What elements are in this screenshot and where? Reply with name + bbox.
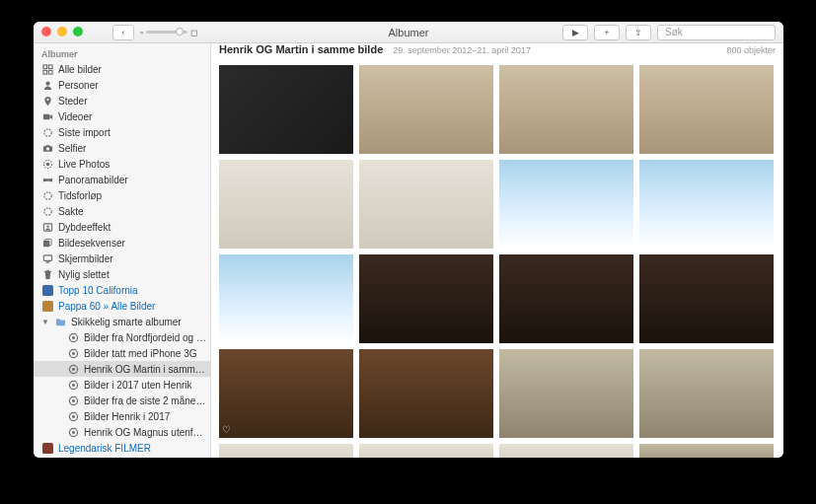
sidebar-item-label: Sakte: [58, 206, 206, 217]
svg-point-46: [72, 384, 75, 387]
grid-icon: [41, 63, 53, 75]
sidebar-item[interactable]: Selfier: [34, 140, 210, 156]
photo-thumbnail[interactable]: [219, 254, 353, 343]
sidebar-item[interactable]: Legendarisk FILMER: [34, 440, 210, 456]
photo-thumbnail[interactable]: [499, 160, 633, 249]
sidebar-item-label: Bilder i 2017 uten Henrik: [84, 380, 206, 391]
gear-icon: [67, 331, 79, 343]
share-button[interactable]: ⇪: [626, 25, 651, 40]
add-button[interactable]: +: [594, 25, 620, 40]
camera-icon: [41, 142, 53, 154]
photo-content: [499, 349, 633, 438]
photo-thumbnail[interactable]: [359, 160, 493, 249]
photo-content: [359, 254, 493, 343]
photo-thumbnail[interactable]: [219, 160, 353, 249]
photo-thumbnail[interactable]: [639, 160, 774, 249]
photo-thumbnail[interactable]: [499, 444, 633, 458]
photo-thumbnail[interactable]: [639, 349, 774, 438]
photo-thumbnail[interactable]: [219, 65, 353, 154]
thumbnail-size-slider[interactable]: ▫ ◻: [140, 28, 197, 37]
photo-content: [499, 160, 633, 249]
svg-point-9: [43, 128, 50, 135]
sidebar-item[interactable]: Bilder tatt med iPhone 3G: [34, 345, 210, 361]
photo-row: [219, 254, 776, 343]
sidebar-item[interactable]: Panoramabilder: [34, 172, 210, 187]
burst-icon: [41, 237, 53, 249]
photo-thumbnail[interactable]: [499, 349, 633, 438]
sidebar-item[interactable]: Siste import: [34, 124, 210, 140]
photo-thumbnail[interactable]: [499, 254, 633, 343]
sidebar-item[interactable]: Bilder fra de siste 2 månedene (rela...: [34, 393, 210, 408]
photo-thumbnail[interactable]: [499, 65, 633, 154]
sidebar-item-label: Nylig slettet: [58, 269, 206, 280]
sidebar-item[interactable]: Skjermbilder: [34, 251, 210, 266]
app-window: ‹ ▫ ◻ Albumer ▶ + ⇪ Søk Albumer Alle bil…: [34, 22, 783, 458]
spin-icon: [41, 189, 53, 201]
sidebar-item[interactable]: Sakte: [34, 203, 210, 219]
sidebar-item[interactable]: Topp 10 California: [34, 282, 210, 298]
sidebar-item[interactable]: Bilder Henrik i 2017: [34, 408, 210, 424]
svg-rect-12: [45, 145, 49, 147]
photo-thumbnail[interactable]: ♡: [219, 349, 353, 438]
photo-thumbnail[interactable]: [359, 444, 493, 458]
photo-thumbnail[interactable]: [359, 349, 493, 438]
search-placeholder: Søk: [665, 27, 683, 37]
search-input[interactable]: Søk: [657, 25, 776, 40]
sidebar-item[interactable]: Videoer: [34, 108, 210, 124]
photo-content: [219, 444, 353, 458]
photo-content: [639, 349, 774, 438]
gear-icon: [67, 426, 79, 438]
album-header: Henrik OG Martin i samme bilde 29. septe…: [211, 43, 783, 61]
zoom-in-icon: ◻: [190, 28, 197, 37]
sidebar-item[interactable]: Tidsforløp: [34, 187, 210, 203]
sidebar-item[interactable]: Dybdeeffekt: [34, 219, 210, 235]
sidebar-item-label: Live Photos: [58, 159, 206, 170]
photo-thumbnail[interactable]: [639, 65, 774, 154]
svg-rect-25: [42, 285, 53, 296]
minimize-window-button[interactable]: [57, 27, 67, 36]
play-slideshow-button[interactable]: ▶: [562, 25, 588, 40]
sidebar-item[interactable]: Henrik OG Magnus utenfor Norge: [34, 424, 210, 440]
sidebar-item-label: Videoer: [58, 111, 206, 122]
photo-thumbnail[interactable]: [359, 254, 493, 343]
svg-rect-4: [42, 70, 46, 74]
photo-content: [639, 444, 774, 458]
photo-content: [219, 349, 353, 438]
close-window-button[interactable]: [41, 27, 51, 36]
slider-track[interactable]: [146, 31, 187, 34]
slider-thumb[interactable]: [176, 28, 184, 36]
sidebar-item[interactable]: Pappa 60 » Alle Bilder: [34, 298, 210, 314]
sidebar-item[interactable]: Bildesekvenser: [34, 235, 210, 251]
photo-thumbnail[interactable]: [639, 254, 774, 343]
svg-rect-8: [42, 113, 48, 119]
thumb-o-icon: [41, 300, 53, 312]
svg-point-40: [72, 368, 75, 371]
zoom-window-button[interactable]: [73, 27, 83, 36]
photo-thumbnail[interactable]: [219, 444, 353, 458]
album-title: Henrik OG Martin i samme bilde: [219, 43, 383, 55]
photo-content: [639, 65, 774, 154]
sidebar-item[interactable]: Nylig slettet: [34, 266, 210, 282]
screen-icon: [41, 252, 53, 264]
svg-point-34: [72, 352, 75, 355]
sidebar-item[interactable]: Personer: [34, 77, 210, 93]
photo-thumbnail[interactable]: [639, 444, 774, 458]
sidebar-item[interactable]: Bilder i 2017 uten Henrik: [34, 377, 210, 393]
svg-point-7: [46, 98, 48, 100]
sidebar-item[interactable]: Henrik OG Martin i samme bilde: [34, 361, 210, 377]
sidebar-item[interactable]: ▼Skikkelig smarte albumer: [34, 314, 210, 329]
disclosure-triangle-icon[interactable]: ▼: [41, 318, 49, 326]
svg-point-16: [43, 207, 50, 214]
sidebar-item[interactable]: Steder: [34, 93, 210, 108]
toolbar-right: ▶ + ⇪ Søk: [562, 25, 776, 40]
svg-rect-21: [43, 254, 51, 260]
sidebar-item[interactable]: Live Photos: [34, 156, 210, 172]
photo-content: [639, 160, 774, 249]
sidebar-item[interactable]: Bilder fra Nordfjordeid og STV: [34, 329, 210, 345]
back-button[interactable]: ‹: [112, 25, 134, 40]
sidebar-item[interactable]: Alle bilder: [34, 61, 210, 77]
photo-thumbnail[interactable]: [359, 65, 493, 154]
sidebar-item-label: Personer: [58, 80, 206, 91]
titlebar: ‹ ▫ ◻ Albumer ▶ + ⇪ Søk: [34, 22, 783, 43]
gear-icon: [67, 347, 79, 359]
